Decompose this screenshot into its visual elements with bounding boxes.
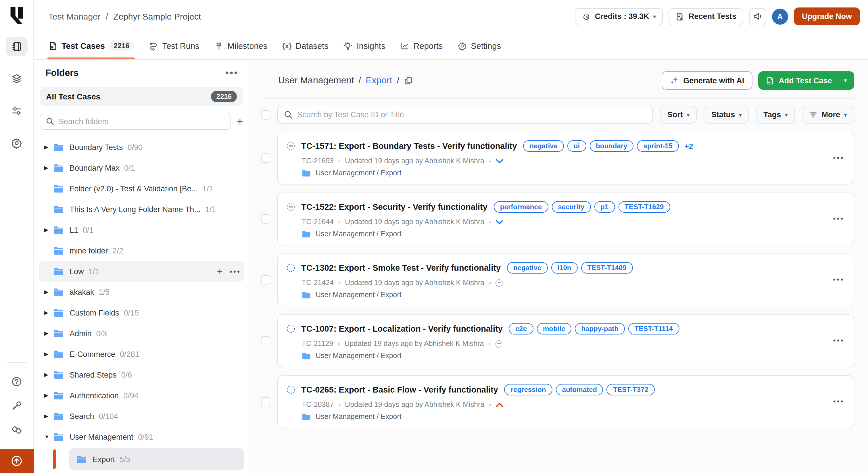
chevron-right-icon[interactable]: ▶ [44,227,54,233]
test-case-card[interactable]: TC-1007: Export - Localization - Verify … [277,314,854,367]
avatar[interactable]: A [772,8,788,25]
integrations-nav-icon[interactable] [6,420,28,440]
controls-nav-icon[interactable] [6,101,28,121]
tab-test-runs[interactable]: Test Runs [149,33,199,59]
test-case-card[interactable]: TC-1302: Export - Smoke Test - Verify fu… [277,253,854,306]
test-case-title[interactable]: TC-1571: Export - Boundary Tests - Verif… [301,141,517,151]
select-all-checkbox[interactable] [261,110,270,119]
chevron-right-icon[interactable]: ▶ [44,165,54,171]
more-filters-button[interactable]: More ▾ [802,106,854,124]
chevron-right-icon[interactable]: ▶ [44,310,54,316]
tag-pill[interactable]: automated [556,384,603,396]
card-menu-button[interactable] [833,278,843,281]
chevron-down-icon[interactable]: ▾ [844,77,847,83]
rail-upgrade-button[interactable] [0,449,34,473]
folder-row[interactable]: ▶ Shared Steps 0/6 [38,365,244,385]
folder-row[interactable]: Folder (v2.0) - Test & Validation [Be...… [38,178,244,199]
tag-pill[interactable]: TEST-T1409 [581,262,632,274]
collapse-chevron-icon[interactable] [496,402,503,407]
folder-row[interactable]: ▶ Boundary Tests 0/90 [38,137,244,157]
folder-row[interactable]: ▶ L1 0/1 [38,220,244,240]
expand-chevron-icon[interactable] [496,158,503,163]
api-keys-nav-icon[interactable] [6,396,28,415]
tag-pill[interactable]: regression [504,384,552,396]
tab-datasets[interactable]: {x} Datasets [282,33,329,59]
tag-pill[interactable]: security [552,201,591,213]
tab-reports[interactable]: Reports [400,33,443,59]
tab-settings[interactable]: Settings [458,33,501,59]
folder-search[interactable] [40,113,231,130]
folders-menu-button[interactable]: ••• [225,68,239,78]
test-manager-nav-icon[interactable] [6,37,28,56]
add-test-case-button[interactable]: Add Test Case ▾ [758,71,854,90]
test-case-card[interactable]: TC-1571: Export - Boundary Tests - Verif… [277,132,854,185]
chevron-down-icon[interactable]: ▼ [44,434,54,440]
tag-pill[interactable]: l10n [551,262,578,274]
all-test-cases-row[interactable]: All Test Cases 2216 [40,87,243,106]
folder-menu-button[interactable]: ••• [230,267,241,276]
tag-pill[interactable]: ui [567,140,586,152]
tag-pill[interactable]: p1 [594,201,615,213]
test-case-title[interactable]: TC-1007: Export - Localization - Verify … [301,324,503,333]
tag-pill[interactable]: performance [494,201,548,213]
tag-pill[interactable]: mobile [537,323,571,335]
breadcrumb-project[interactable]: Zephyr Sample Project [113,11,201,21]
brand-logo[interactable] [9,7,24,24]
breadcrumb-parent[interactable]: User Management [278,75,354,86]
folder-row[interactable]: ▶ E-Commerce 0/281 [38,344,244,365]
folder-row-expanded[interactable]: ▼ User Management 0/91 [38,427,244,447]
credits-button[interactable]: Credits : 39.3K ▾ [575,8,663,25]
test-case-card[interactable]: TC-0265: Export - Basic Flow - Verify fu… [277,375,854,428]
folder-row[interactable]: ▶ Boundary Max 0/1 [38,157,244,178]
chevron-right-icon[interactable]: ▶ [44,144,54,150]
tags-filter-button[interactable]: Tags ▾ [756,106,795,124]
chevron-right-icon[interactable]: ▶ [44,372,54,378]
add-folder-button[interactable]: + [237,116,243,127]
test-case-title[interactable]: TC-1522: Export - Security - Verify func… [301,202,488,212]
test-case-card[interactable]: TC-1522: Export - Security - Verify func… [277,192,854,245]
generate-with-ai-button[interactable]: Generate with AI [661,71,752,90]
more-tags-count[interactable]: +2 [685,142,693,150]
expand-chevron-icon[interactable] [496,219,503,224]
status-filter-button[interactable]: Status ▾ [704,106,749,124]
breadcrumb-current[interactable]: Export [366,75,392,86]
settings-nav-icon[interactable] [6,133,28,153]
row-checkbox[interactable] [261,397,270,406]
folder-row[interactable]: ▶ Search 0/104 [38,406,244,427]
tag-pill[interactable]: TEST-T1114 [628,323,679,335]
folder-row-hovered[interactable]: Low 1/1 + ••• [38,261,244,282]
tag-pill[interactable]: sprint-15 [637,140,679,152]
help-nav-icon[interactable] [6,372,28,391]
recent-tests-button[interactable]: Recent Tests [669,8,743,25]
breadcrumb-app[interactable]: Test Manager [48,11,101,21]
folder-row[interactable]: mine folder 2/2 [38,240,244,261]
tag-pill[interactable]: TEST-T372 [607,384,655,396]
chevron-right-icon[interactable]: ▶ [44,351,54,357]
test-case-title[interactable]: TC-0265: Export - Basic Flow - Verify fu… [301,385,498,394]
chevron-right-icon[interactable]: ▶ [44,330,54,336]
upgrade-now-button[interactable]: Upgrade Now [794,7,860,25]
card-menu-button[interactable] [833,339,843,342]
chevron-right-icon[interactable]: ▶ [44,289,54,295]
tag-pill[interactable]: happy-path [575,323,625,335]
sort-button[interactable]: Sort ▾ [660,106,697,124]
row-checkbox[interactable] [261,275,270,284]
chevron-right-icon[interactable]: ▶ [44,392,54,398]
folder-row[interactable]: ▶ Authentication 0/94 [38,385,244,406]
tab-insights[interactable]: Insights [343,33,385,59]
test-case-search-input[interactable] [297,111,646,119]
card-menu-button[interactable] [833,156,843,159]
row-checkbox[interactable] [261,214,270,224]
card-menu-button[interactable] [833,400,843,403]
folder-row[interactable]: ▶ Custom Fields 0/15 [38,302,244,323]
add-subfolder-button[interactable]: + [217,266,223,276]
tag-pill[interactable]: boundary [589,140,633,152]
chevron-right-icon[interactable]: ▶ [44,413,54,419]
tag-pill[interactable]: e2e [509,323,533,335]
test-case-title[interactable]: TC-1302: Export - Smoke Test - Verify fu… [301,263,501,273]
tag-pill[interactable]: negative [523,140,564,152]
announcements-button[interactable] [749,8,766,25]
folder-row[interactable]: ▶ akakak 1/5 [38,282,244,302]
tab-test-cases[interactable]: Test Cases 2216 [48,33,134,59]
test-case-search[interactable] [277,106,653,124]
